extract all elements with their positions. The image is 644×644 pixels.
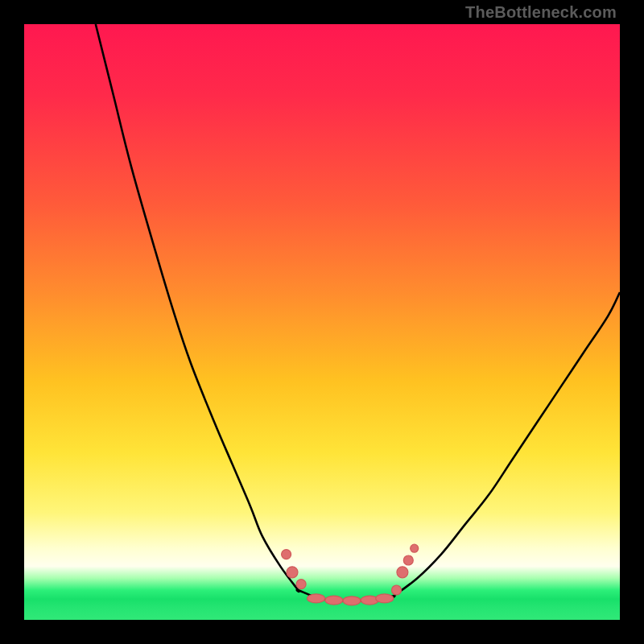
marker-flat-b — [325, 596, 343, 605]
bottleneck-curve — [24, 24, 620, 620]
marker-group — [282, 544, 419, 605]
marker-right-cluster — [392, 585, 402, 595]
curve-path — [96, 24, 620, 601]
marker-right-cluster — [403, 555, 413, 565]
attribution-watermark: TheBottleneck.com — [465, 3, 617, 22]
marker-left-cluster — [282, 550, 291, 559]
marker-flat-a — [308, 594, 325, 603]
marker-right-cluster — [397, 567, 408, 578]
marker-flat-c — [343, 597, 361, 605]
marker-left-cluster — [296, 580, 306, 589]
outer-frame: TheBottleneck.com — [0, 0, 644, 644]
marker-flat-e — [376, 594, 394, 603]
marker-right-cluster — [411, 544, 419, 552]
marker-left-cluster — [287, 567, 298, 578]
